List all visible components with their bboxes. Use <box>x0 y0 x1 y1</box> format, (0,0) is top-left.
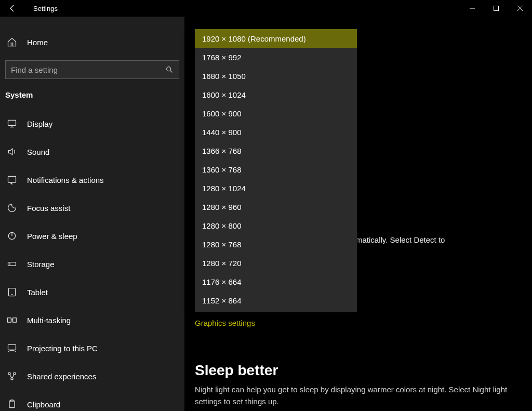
search-wrap <box>5 60 179 79</box>
resolution-option[interactable]: 1280 × 720 <box>195 254 357 272</box>
main-content: matically. Select Detect to Graphics set… <box>184 17 532 411</box>
notifications-icon <box>6 174 18 185</box>
back-button[interactable] <box>0 0 25 17</box>
sidebar: Home System DisplaySoundNotifications & … <box>0 17 184 411</box>
resolution-option[interactable]: 1280 × 960 <box>195 197 357 216</box>
storage-icon <box>6 258 18 270</box>
window-title: Settings <box>25 5 58 12</box>
sidebar-item-label: Tablet <box>27 288 48 297</box>
projecting-icon <box>6 342 18 354</box>
multitasking-icon <box>6 314 18 326</box>
detect-text-fragment: matically. Select Detect to <box>356 235 445 244</box>
svg-point-1 <box>167 67 171 71</box>
resolution-option[interactable]: 1600 × 1024 <box>195 85 357 104</box>
category-system: System <box>0 90 184 110</box>
resolution-option[interactable]: 1280 × 800 <box>195 216 357 235</box>
sidebar-item-label: Shared experiences <box>27 372 96 381</box>
resolution-option[interactable]: 1680 × 1050 <box>195 67 357 85</box>
sidebar-item-label: Notifications & actions <box>27 176 104 184</box>
sidebar-item-label: Display <box>27 120 52 128</box>
resolution-option[interactable]: 1768 × 992 <box>195 48 357 67</box>
sidebar-item-focus-assist[interactable]: Focus assist <box>0 194 184 222</box>
graphics-settings-link[interactable]: Graphics settings <box>195 319 255 327</box>
maximize-button[interactable] <box>484 0 508 17</box>
minimize-button[interactable] <box>460 0 484 17</box>
back-arrow-icon <box>8 4 17 12</box>
sidebar-item-projecting[interactable]: Projecting to this PC <box>0 334 184 362</box>
close-icon <box>517 5 523 11</box>
svg-rect-0 <box>494 6 499 11</box>
search-input[interactable] <box>11 65 165 74</box>
power-icon <box>6 230 18 242</box>
sidebar-item-shared-exp[interactable]: Shared experiences <box>0 362 184 390</box>
sidebar-item-tablet[interactable]: Tablet <box>0 278 184 306</box>
sound-icon <box>6 146 18 157</box>
nav-list: DisplaySoundNotifications & actionsFocus… <box>0 110 184 411</box>
resolution-dropdown[interactable]: 1920 × 1080 (Recommended)1768 × 9921680 … <box>195 29 357 312</box>
sidebar-item-multitasking[interactable]: Multi-tasking <box>0 306 184 334</box>
resolution-option[interactable]: 1440 × 900 <box>195 123 357 141</box>
resolution-option[interactable]: 1176 × 664 <box>195 272 357 291</box>
clipboard-icon <box>6 399 18 410</box>
sidebar-item-label: Focus assist <box>27 204 70 213</box>
maximize-icon <box>493 5 499 11</box>
home-icon <box>6 36 18 48</box>
sidebar-item-label: Multi-tasking <box>27 316 71 325</box>
sleep-better-heading: Sleep better <box>195 362 278 379</box>
search-icon <box>165 65 174 74</box>
minimize-icon <box>469 5 475 11</box>
resolution-option[interactable]: 1600 × 900 <box>195 104 357 123</box>
titlebar: Settings <box>0 0 532 17</box>
sidebar-item-sound[interactable]: Sound <box>0 138 184 166</box>
focus-assist-icon <box>6 202 18 214</box>
sidebar-item-storage[interactable]: Storage <box>0 250 184 278</box>
home-label: Home <box>27 38 48 47</box>
resolution-option[interactable]: 1152 × 864 <box>195 291 357 310</box>
shared-icon <box>6 370 18 382</box>
sleep-better-body: Night light can help you get to sleep by… <box>195 384 517 407</box>
resolution-option[interactable]: 1920 × 1080 (Recommended) <box>195 29 357 48</box>
sidebar-item-label: Sound <box>27 148 49 156</box>
resolution-option[interactable]: 1280 × 768 <box>195 235 357 254</box>
search-box[interactable] <box>5 60 179 79</box>
sidebar-item-notifications[interactable]: Notifications & actions <box>0 166 184 194</box>
sidebar-item-label: Projecting to this PC <box>27 344 98 353</box>
sidebar-item-label: Power & sleep <box>27 232 77 241</box>
home-button[interactable]: Home <box>0 31 184 53</box>
sidebar-item-label: Storage <box>27 260 55 269</box>
sidebar-item-clipboard[interactable]: Clipboard <box>0 390 184 411</box>
resolution-option[interactable]: 1280 × 1024 <box>195 179 357 197</box>
sidebar-item-power-sleep[interactable]: Power & sleep <box>0 222 184 250</box>
sidebar-item-display[interactable]: Display <box>0 110 184 138</box>
sidebar-item-label: Clipboard <box>27 400 60 409</box>
resolution-option[interactable]: 1366 × 768 <box>195 141 357 160</box>
tablet-icon <box>6 286 18 298</box>
display-icon <box>6 118 18 129</box>
close-button[interactable] <box>508 0 532 17</box>
resolution-dropdown-list[interactable]: 1920 × 1080 (Recommended)1768 × 9921680 … <box>195 29 357 312</box>
window-buttons <box>460 0 532 17</box>
resolution-option[interactable]: 1360 × 768 <box>195 160 357 179</box>
